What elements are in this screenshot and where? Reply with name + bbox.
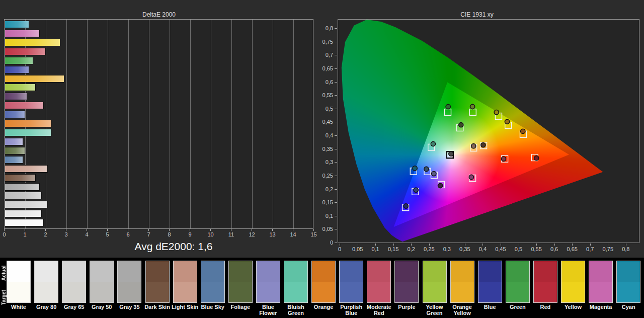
gridline: [108, 20, 108, 228]
cie-y-tick-label: 0,2: [312, 186, 333, 192]
swatch-actual: [118, 261, 141, 282]
swatch-label: Blue Sky: [197, 304, 228, 310]
swatch-label-line: Yellow: [447, 310, 478, 316]
swatch-label: Dark Skin: [142, 304, 173, 310]
swatch-light-skin: [173, 261, 197, 303]
calibration-report: { "chart_data": [ { "id": "deltae_bars",…: [0, 0, 644, 318]
cie-y-tick: [335, 135, 337, 136]
deltae-axis-tick-label: 4: [85, 231, 88, 237]
cie-y-tick: [335, 176, 337, 176]
deltae-bar-purple: [5, 93, 27, 100]
swatch-gray-50: [90, 261, 114, 303]
gridline: [273, 20, 273, 228]
actual-marker-yellow-green: [470, 104, 475, 109]
cie-x-tick: [411, 244, 412, 246]
gridline: [252, 20, 253, 228]
actual-marker-purple: [438, 183, 443, 188]
swatch-label: Gray 50: [86, 304, 117, 310]
cie-y-tick-label: 0,65: [312, 65, 333, 71]
cie-x-tick-label: 0,75: [603, 246, 613, 252]
deltae-bar-foliage: [5, 147, 25, 154]
swatch-actual: [561, 261, 585, 282]
swatch-gray-65: [62, 261, 86, 303]
cie-x-tick-label: 0,2: [408, 246, 415, 252]
swatch-actual: [478, 261, 502, 282]
cie-y-tick: [335, 68, 337, 69]
deltae-axis-tick-label: 10: [207, 231, 213, 237]
gridline: [211, 20, 211, 228]
cie-measurement-points: [338, 20, 639, 243]
swatch-label-line: Flower: [253, 310, 284, 316]
deltae-axis-tick-label: 13: [269, 231, 275, 237]
deltae-axis-tick: [66, 229, 66, 231]
swatch-target: [423, 282, 446, 302]
cie-y-tick-label: 0,3: [312, 159, 333, 165]
swatch-actual: [174, 261, 197, 282]
swatch-label-line: Gray 50: [86, 304, 117, 310]
swatch-actual: [506, 261, 529, 282]
swatch-label: Yellow: [557, 304, 589, 310]
swatch-label-line: Light Skin: [170, 304, 201, 310]
swatch-label-line: Magenta: [585, 304, 616, 310]
swatch-label-line: Gray 35: [114, 304, 145, 310]
swatch-target: [589, 282, 612, 302]
cie-x-tick: [447, 244, 447, 246]
cie-x-tick: [519, 244, 519, 246]
actual-marker-cyan: [413, 166, 417, 171]
deltae-bar-gray-80: [5, 210, 42, 217]
actual-marker-moderate-red: [501, 156, 506, 161]
swatch-target: [90, 282, 113, 302]
gridline: [170, 20, 170, 228]
swatch-label-line: Purple: [391, 304, 422, 310]
cie-y-tick: [335, 109, 337, 109]
swatch-actual: [62, 261, 86, 282]
swatch-label-line: Foliage: [225, 304, 256, 310]
swatch-label-line: Green: [502, 304, 533, 310]
swatch-actual: [423, 261, 446, 282]
actual-marker-bluish-green: [431, 141, 435, 146]
deltae-axis-tick-label: 0: [3, 231, 6, 237]
swatch-target: [35, 282, 58, 302]
actual-marker-orange: [521, 129, 525, 133]
swatch-orange: [311, 261, 336, 303]
cie-y-tick-label: 0,15: [312, 199, 333, 205]
cie-y-tick-label: 0,7: [312, 52, 333, 58]
swatch-label: Magenta: [585, 304, 616, 310]
swatch-label: Red: [530, 304, 561, 310]
gridline: [128, 20, 129, 228]
actual-marker-blue-flower: [432, 172, 436, 176]
swatch-actual: [617, 261, 640, 282]
swatch-target: [284, 282, 307, 302]
swatch-label-line: White: [3, 304, 34, 310]
swatch-cyan: [616, 261, 640, 303]
cie-y-tick: [335, 55, 337, 55]
swatch-label-line: Blue Sky: [197, 304, 228, 310]
deltae-axis-tick: [252, 229, 252, 231]
deltae-bar-purplish-blue: [5, 111, 25, 118]
cie-y-tick: [335, 122, 337, 122]
swatch-label-line: Yellow: [557, 304, 589, 310]
swatch-target: [451, 282, 474, 302]
swatch-gray-80: [34, 261, 58, 303]
swatch-red: [533, 261, 557, 303]
actual-marker-light-skin: [471, 144, 476, 148]
deltae-chart-title: DeltaE 2000: [142, 11, 176, 18]
swatch-target: [229, 282, 252, 302]
actual-marker-orange-yellow: [505, 119, 509, 124]
swatch-actual: [201, 261, 224, 282]
actual-marker-blue: [404, 204, 408, 208]
average-deltae-label: Avg dE2000: 1,6: [135, 241, 213, 253]
swatch-target: [478, 282, 502, 302]
swatch-bluish-green: [284, 261, 308, 303]
deltae-axis-tick: [293, 229, 293, 231]
actual-marker-green: [446, 104, 450, 109]
swatch-label: Blue: [474, 304, 506, 310]
swatch-actual: [257, 261, 280, 282]
cie-y-tick-label: 0,6: [312, 79, 333, 85]
deltae-bar-dark-skin: [5, 174, 36, 182]
deltae-bar-green: [5, 57, 33, 64]
swatch-label-line: Bluish: [280, 304, 311, 310]
cie-chart-title: CIE 1931 xy: [460, 11, 493, 18]
cie-x-tick-label: 0,05: [352, 246, 363, 252]
actual-marker-dark-skin: [481, 143, 486, 147]
